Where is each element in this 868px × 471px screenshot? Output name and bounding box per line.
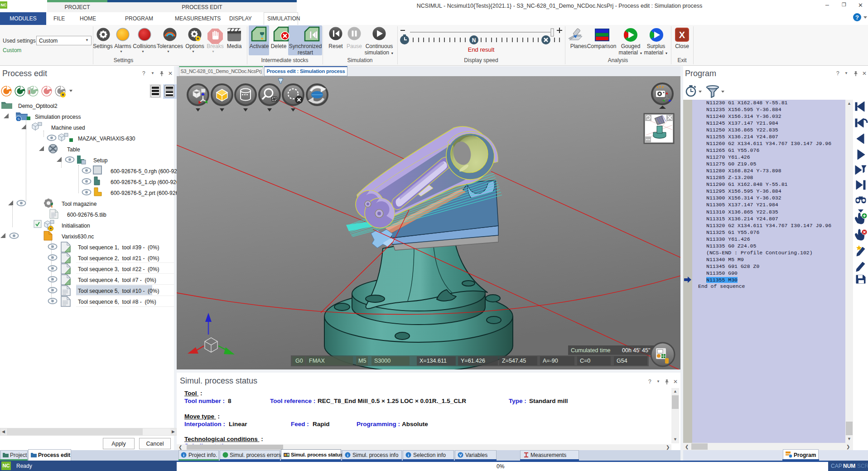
svg-text:X=134.611: X=134.611: [420, 358, 447, 364]
svg-text:C=0: C=0: [580, 358, 590, 364]
svg-text:FMAX: FMAX: [309, 358, 325, 364]
svg-text:Y=61.426: Y=61.426: [461, 358, 485, 364]
svg-text:A=-90: A=-90: [543, 358, 558, 364]
svg-text:M5: M5: [358, 358, 366, 364]
svg-text:Cumulated time: Cumulated time: [571, 347, 611, 354]
svg-text:G54: G54: [617, 358, 627, 364]
svg-text:X: X: [679, 30, 685, 40]
svg-text:00h 45' 45": 00h 45' 45": [622, 347, 650, 354]
svg-text:N: N: [472, 37, 476, 44]
svg-text:S: S: [17, 117, 19, 121]
svg-text:G0: G0: [295, 358, 303, 364]
svg-text:Z=547.45: Z=547.45: [502, 358, 526, 364]
svg-text:?: ?: [855, 14, 859, 21]
svg-text:S3000: S3000: [374, 358, 391, 364]
svg-text:V: V: [459, 453, 462, 457]
